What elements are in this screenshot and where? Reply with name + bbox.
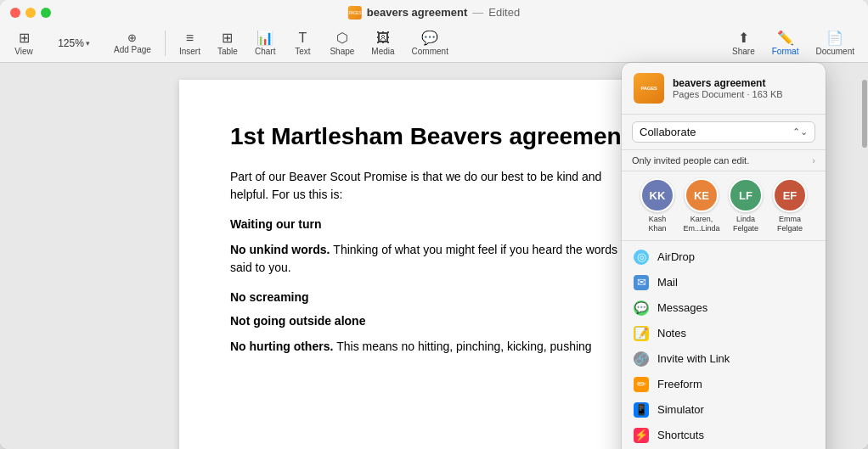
- invited-chevron-icon: ›: [812, 155, 815, 166]
- media-label: Media: [371, 47, 394, 56]
- doc-bold-2: No unkind words.: [230, 243, 333, 256]
- collaborate-dropdown[interactable]: Collaborate ⌃⌄: [632, 121, 815, 143]
- popup-file-name: beavers agreement: [673, 77, 814, 89]
- zoom-chevron-icon: ▾: [86, 39, 90, 48]
- menu-item-messages[interactable]: 💬 Messages: [622, 295, 826, 321]
- share-popup: PAGES beavers agreement Pages Document ·…: [622, 63, 826, 449]
- popup-file-info: beavers agreement Pages Document · 163 K…: [673, 77, 814, 99]
- zoom-control[interactable]: 125% ▾: [44, 36, 104, 51]
- comment-label: Comment: [412, 47, 448, 56]
- doc-para-1: Part of our Beaver Scout Promise is that…: [230, 168, 638, 204]
- menu-item-freeform[interactable]: ✏ Freeform: [622, 372, 826, 397]
- document-heading: 1st Martlesham Beavers agreement: [230, 122, 638, 151]
- avatar-item-1[interactable]: KE Karen, Em...Linda: [683, 178, 720, 233]
- avatar-circle-2: LF: [729, 178, 763, 212]
- avatar-item-3[interactable]: EF Emma Felgate: [771, 178, 809, 233]
- menu-item-notes[interactable]: 📝 Notes: [622, 321, 826, 346]
- format-icon: ✏️: [777, 31, 794, 45]
- menu-label-simulator: Simulator: [657, 403, 704, 416]
- insert-button[interactable]: ≡ Insert: [172, 30, 207, 58]
- menu-section: ◎ AirDrop ✉ Mail 💬 Messages 📝 Notes 🔗 In…: [622, 241, 826, 449]
- invite-link-icon: 🔗: [634, 351, 649, 367]
- avatar-item-2[interactable]: LF Linda Felgate: [727, 178, 764, 233]
- avatar-name-1: Karen, Em...Linda: [683, 215, 720, 233]
- titlebar-title: PAGES beavers agreement — Edited: [348, 6, 520, 20]
- menu-item-simulator[interactable]: 📱 Simulator: [622, 397, 826, 423]
- table-button[interactable]: ⊞ Table: [211, 30, 245, 58]
- toolbar-separator-1: [165, 31, 166, 56]
- titlebar-top: PAGES beavers agreement — Edited: [0, 0, 868, 25]
- document-page: 1st Martlesham Beavers agreement Part of…: [179, 80, 689, 449]
- maximize-button[interactable]: [41, 8, 51, 18]
- insert-label: Insert: [179, 47, 200, 56]
- document-icon: 📄: [826, 31, 843, 45]
- media-icon: 🖼: [376, 31, 390, 45]
- text-icon: T: [299, 31, 307, 45]
- format-label: Format: [772, 47, 799, 56]
- add-page-icon: ⊕: [127, 32, 137, 43]
- doc-para-2: No unkind words. Thinking of what you mi…: [230, 241, 638, 277]
- table-label: Table: [217, 47, 238, 56]
- window-controls[interactable]: [10, 8, 51, 18]
- menu-item-shortcuts[interactable]: ⚡ Shortcuts: [622, 423, 826, 448]
- menu-item-invite-link[interactable]: 🔗 Invite with Link: [622, 346, 826, 372]
- toolbar: ⊞ View 125% ▾ ⊕ Add Page ≡ Insert ⊞ Tabl…: [0, 25, 868, 62]
- simulator-icon: 📱: [634, 402, 649, 418]
- title-divider: —: [472, 6, 483, 19]
- mail-icon: ✉: [634, 275, 649, 290]
- view-button[interactable]: ⊞ View: [7, 30, 41, 58]
- insert-icon: ≡: [186, 31, 194, 45]
- share-button[interactable]: ⬆ Share: [725, 30, 762, 58]
- popup-header: PAGES beavers agreement Pages Document ·…: [622, 63, 826, 115]
- notes-icon: 📝: [634, 326, 649, 341]
- document-title: beavers agreement: [367, 6, 468, 19]
- add-page-button[interactable]: ⊕ Add Page: [107, 31, 158, 56]
- document-button[interactable]: 📄 Document: [809, 30, 861, 58]
- invited-row[interactable]: Only invited people can edit. ›: [622, 150, 826, 171]
- avatar-name-0: Kash Khan: [639, 215, 676, 233]
- avatar-circle-0: KK: [640, 178, 674, 212]
- share-icon: ⬆: [738, 31, 749, 45]
- zoom-value: 125%: [58, 37, 84, 49]
- menu-label-invite-link: Invite with Link: [657, 352, 730, 365]
- menu-label-freeform: Freeform: [657, 378, 702, 390]
- doc-heading-3: No screaming: [230, 290, 638, 304]
- text-button[interactable]: T Text: [285, 30, 319, 58]
- avatar-circle-1: KE: [685, 178, 719, 212]
- menu-item-airdrop[interactable]: ◎ AirDrop: [622, 244, 826, 270]
- chart-label: Chart: [255, 47, 275, 56]
- menu-item-mail[interactable]: ✉ Mail: [622, 270, 826, 295]
- shape-button[interactable]: ⬡ Shape: [323, 30, 361, 58]
- avatar-name-3: Emma Felgate: [771, 215, 809, 233]
- scrollbar[interactable]: [861, 63, 868, 449]
- shape-label: Shape: [330, 47, 354, 56]
- chart-button[interactable]: 📊 Chart: [248, 30, 282, 58]
- share-label: Share: [732, 47, 755, 56]
- close-button[interactable]: [10, 8, 20, 18]
- minimize-button[interactable]: [25, 8, 36, 18]
- document-status: Edited: [488, 6, 520, 19]
- popup-file-meta: Pages Document · 163 KB: [673, 89, 814, 99]
- collaborate-label: Collaborate: [640, 126, 696, 138]
- collaborate-chevron-icon: ⌃⌄: [792, 126, 808, 138]
- shape-icon: ⬡: [336, 31, 348, 45]
- menu-label-mail: Mail: [657, 276, 678, 289]
- messages-icon: 💬: [634, 300, 649, 316]
- chart-icon: 📊: [256, 31, 273, 45]
- scrollbar-thumb[interactable]: [862, 80, 867, 148]
- popup-file-icon: PAGES: [634, 73, 664, 104]
- view-label: View: [14, 47, 33, 56]
- doc-bold-5: No hurting others.: [230, 340, 336, 353]
- collaborate-row: Collaborate ⌃⌄: [622, 115, 826, 150]
- comment-button[interactable]: 💬 Comment: [405, 30, 455, 58]
- freeform-icon: ✏: [634, 377, 649, 392]
- format-button[interactable]: ✏️ Format: [765, 30, 806, 58]
- avatar-item-0[interactable]: KK Kash Khan: [639, 178, 676, 233]
- menu-label-messages: Messages: [657, 301, 707, 314]
- avatar-name-2: Linda Felgate: [727, 215, 764, 233]
- media-button[interactable]: 🖼 Media: [364, 30, 401, 58]
- add-page-label: Add Page: [114, 45, 151, 54]
- comment-icon: 💬: [421, 31, 438, 45]
- titlebar: PAGES beavers agreement — Edited ⊞ View …: [0, 0, 868, 63]
- app-window: PAGES beavers agreement — Edited ⊞ View …: [0, 0, 868, 449]
